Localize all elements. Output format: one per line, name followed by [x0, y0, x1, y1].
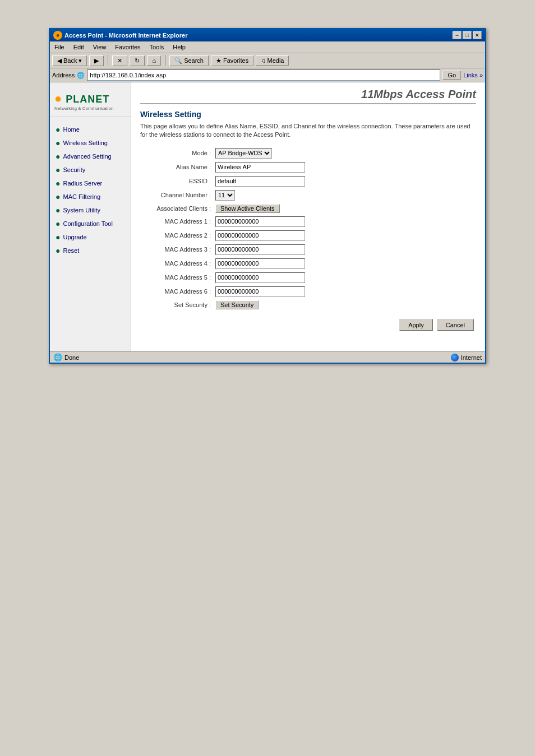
go-button[interactable]: Go	[442, 71, 461, 80]
mac2-row: MAC Address 2 :	[140, 229, 476, 243]
menu-tools[interactable]: Tools	[147, 43, 167, 52]
close-button[interactable]: ✕	[473, 31, 482, 39]
zone-globe-icon	[451, 354, 459, 361]
menu-favorites[interactable]: Favorites	[113, 43, 142, 52]
mac4-label: MAC Address 4 :	[140, 257, 213, 271]
essid-row: ESSID :	[140, 174, 476, 188]
window-title: Access Point - Microsoft Internet Explor…	[64, 32, 187, 39]
assoc-clients-label: Associated Clients :	[140, 202, 213, 215]
mac6-cell	[213, 285, 476, 299]
address-input[interactable]	[87, 69, 440, 81]
sidebar-item-wireless-setting[interactable]: ● Wireless Setting	[50, 136, 131, 150]
links-button[interactable]: Links »	[463, 72, 483, 78]
set-security-button[interactable]: Set Security	[215, 300, 259, 309]
sidebar-item-upgrade[interactable]: ● Upgrade	[50, 230, 131, 244]
mac1-label: MAC Address 1 :	[140, 215, 213, 229]
back-button[interactable]: ◀ Back ▾	[52, 55, 87, 66]
logo: ● PLANET	[54, 91, 126, 106]
brand-header: 11Mbps Access Point	[140, 88, 476, 104]
menu-view[interactable]: View	[91, 43, 109, 52]
menu-edit[interactable]: Edit	[71, 43, 86, 52]
mac3-label: MAC Address 3 :	[140, 243, 213, 257]
stop-icon: ✕	[117, 57, 122, 64]
nav-label-reset: Reset	[63, 247, 79, 254]
sidebar-item-radius-server[interactable]: ● Radius Server	[50, 177, 131, 190]
mac3-input[interactable]	[215, 244, 305, 255]
apply-button[interactable]: Apply	[399, 319, 433, 331]
page-title: Wireless Setting	[140, 110, 476, 119]
media-button[interactable]: ♫ Media	[256, 55, 289, 66]
form-table: Mode : AP Bridge-WDS AP Bridge WDS Alias…	[140, 146, 476, 311]
mac1-input[interactable]	[215, 216, 305, 227]
bullet-icon: ●	[56, 139, 60, 147]
mode-value-cell: AP Bridge-WDS AP Bridge WDS	[213, 146, 476, 160]
cancel-button[interactable]: Cancel	[437, 319, 474, 331]
media-label: Media	[267, 57, 284, 64]
mac5-input[interactable]	[215, 272, 305, 283]
nav-label-config: Configuration Tool	[63, 220, 112, 227]
mac2-input[interactable]	[215, 230, 305, 241]
assoc-clients-row: Associated Clients : Show Active Clients	[140, 202, 476, 215]
media-icon: ♫	[261, 57, 265, 64]
favorites-button[interactable]: ★ Favorites	[211, 55, 253, 66]
sidebar-item-system-utility[interactable]: ● System Utility	[50, 203, 131, 217]
sidebar-item-security[interactable]: ● Security	[50, 163, 131, 177]
address-bar: Address 🌐 Go Links »	[50, 68, 485, 82]
forward-button[interactable]: ▶	[89, 55, 104, 66]
browser-window: e Access Point - Microsoft Internet Expl…	[49, 28, 486, 364]
menu-file[interactable]: File	[52, 43, 67, 52]
mode-select[interactable]: AP Bridge-WDS AP Bridge WDS	[215, 148, 272, 159]
nav-label-advanced: Advanced Setting	[63, 153, 111, 160]
bullet-icon: ●	[56, 126, 60, 133]
bullet-icon: ●	[56, 193, 60, 201]
logo-sub: Networking & Communication	[54, 106, 126, 111]
mode-row: Mode : AP Bridge-WDS AP Bridge WDS	[140, 146, 476, 160]
mac6-label: MAC Address 6 :	[140, 285, 213, 299]
alias-input[interactable]	[215, 162, 305, 173]
sidebar-item-configuration-tool[interactable]: ● Configuration Tool	[50, 217, 131, 230]
back-label: Back	[63, 57, 77, 64]
show-active-clients-button[interactable]: Show Active Clients	[215, 204, 280, 213]
address-globe-icon: 🌐	[77, 72, 85, 79]
essid-input[interactable]	[215, 176, 305, 187]
menu-help[interactable]: Help	[170, 43, 188, 52]
nav-label-home: Home	[63, 126, 79, 133]
sidebar-item-reset[interactable]: ● Reset	[50, 244, 131, 257]
stop-button[interactable]: ✕	[112, 55, 127, 66]
minimize-button[interactable]: –	[453, 31, 462, 39]
set-security-row: Set Security : Set Security	[140, 299, 476, 311]
alias-row: Alias Name :	[140, 160, 476, 174]
channel-select[interactable]: 1 2 3 4 5 6 7 8 9 10 11 12 13	[215, 190, 235, 201]
toolbar: ◀ Back ▾ ▶ ✕ ↻ ⌂ 🔍 Search ★ Favorites ♫ …	[50, 53, 485, 68]
mac5-cell	[213, 271, 476, 285]
mac5-label: MAC Address 5 :	[140, 271, 213, 285]
page-content: ● PLANET Networking & Communication ● Ho…	[50, 82, 485, 351]
logo-text: PLANET	[66, 94, 109, 105]
assoc-clients-cell: Show Active Clients	[213, 202, 476, 215]
status-right: Internet	[451, 354, 482, 361]
sidebar-item-mac-filtering[interactable]: ● MAC Filtering	[50, 190, 131, 203]
bullet-icon: ●	[56, 220, 60, 228]
nav-label-security: Security	[63, 166, 85, 173]
logo-area: ● PLANET Networking & Communication	[50, 88, 131, 117]
refresh-button[interactable]: ↻	[130, 55, 145, 66]
maximize-button[interactable]: □	[463, 31, 472, 39]
mac4-input[interactable]	[215, 258, 305, 269]
title-bar-buttons[interactable]: – □ ✕	[453, 31, 482, 39]
sidebar-item-advanced-setting[interactable]: ● Advanced Setting	[50, 150, 131, 163]
mac1-row: MAC Address 1 :	[140, 215, 476, 229]
channel-row: Channel Number : 1 2 3 4 5 6 7 8 9 1	[140, 188, 476, 202]
home-button[interactable]: ⌂	[147, 55, 161, 66]
bullet-icon: ●	[56, 233, 60, 241]
mac4-row: MAC Address 4 :	[140, 257, 476, 271]
bullet-icon: ●	[56, 166, 60, 174]
bullet-icon: ●	[56, 152, 60, 160]
sidebar-item-home[interactable]: ● Home	[50, 123, 131, 136]
back-icon: ◀	[57, 57, 62, 64]
mac6-input[interactable]	[215, 286, 305, 297]
zone-text: Internet	[461, 354, 482, 361]
mac1-cell	[213, 215, 476, 229]
bullet-icon: ●	[56, 206, 60, 214]
channel-value-cell: 1 2 3 4 5 6 7 8 9 10 11 12 13	[213, 188, 476, 202]
search-button[interactable]: 🔍 Search	[169, 55, 209, 66]
